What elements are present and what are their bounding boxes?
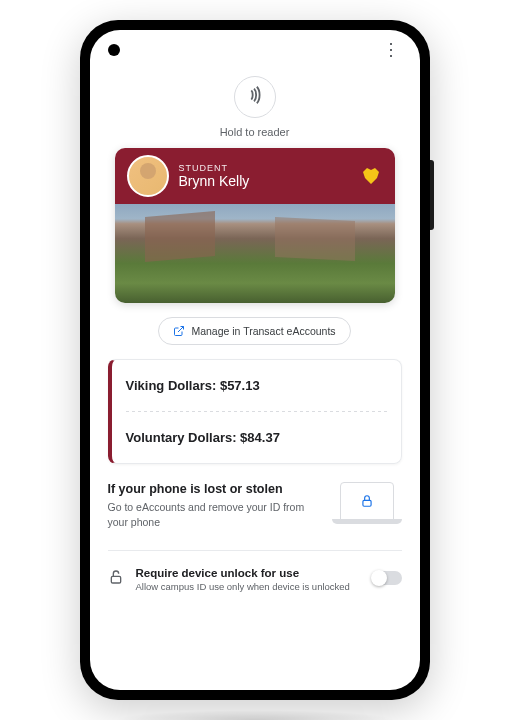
unlock-desc: Allow campus ID use only when device is … [136,581,360,593]
school-logo-icon [359,164,383,188]
toggle-knob [371,570,387,586]
laptop-base [332,519,402,524]
phone-shadow [115,710,395,720]
balance-viking-dollars: Viking Dollars: $57.13 [112,360,401,411]
phone-side-button [430,160,434,230]
manage-label: Manage in Transact eAccounts [191,325,335,337]
manage-eaccounts-button[interactable]: Manage in Transact eAccounts [158,317,350,345]
unlock-text: Require device unlock for use Allow camp… [136,567,360,593]
balance-voluntary-dollars: Voluntary Dollars: $84.37 [112,412,401,463]
unlock-title: Require device unlock for use [136,567,360,579]
screen: ⋯ Hold to reader STUDENT Brynn Kel [90,30,420,690]
unlock-toggle[interactable] [372,571,402,585]
unlock-toggle-section: Require device unlock for use Allow camp… [108,567,402,593]
lost-phone-desc: Go to eAccounts and remove your ID from … [108,500,318,529]
card-header: STUDENT Brynn Kelly [115,148,395,204]
status-bar: ⋯ [90,30,420,68]
contactless-icon [244,84,266,110]
card-text: STUDENT Brynn Kelly [179,163,359,189]
more-vertical-icon[interactable]: ⋯ [383,41,401,57]
lost-phone-text: If your phone is lost or stolen Go to eA… [108,482,318,529]
balance-card: Viking Dollars: $57.13 Voluntary Dollars… [108,359,402,464]
svg-rect-2 [111,576,120,583]
avatar [127,155,169,197]
open-external-icon [173,325,185,337]
svg-line-0 [178,327,184,333]
lock-icon [360,494,374,508]
divider [108,550,402,551]
unlock-icon [108,569,124,585]
student-id-card[interactable]: STUDENT Brynn Kelly [115,148,395,303]
nfc-label: Hold to reader [220,126,290,138]
camera-dot [108,44,120,56]
laptop-graphic [332,482,402,532]
phone-frame: ⋯ Hold to reader STUDENT Brynn Kel [80,20,430,700]
card-role: STUDENT [179,163,359,173]
lost-phone-section: If your phone is lost or stolen Go to eA… [108,482,402,532]
nfc-section: Hold to reader [90,68,420,148]
lost-phone-title: If your phone is lost or stolen [108,482,318,496]
svg-rect-1 [362,500,370,506]
laptop-screen [340,482,394,520]
nfc-circle [234,76,276,118]
card-name: Brynn Kelly [179,173,359,189]
campus-image [115,204,395,303]
